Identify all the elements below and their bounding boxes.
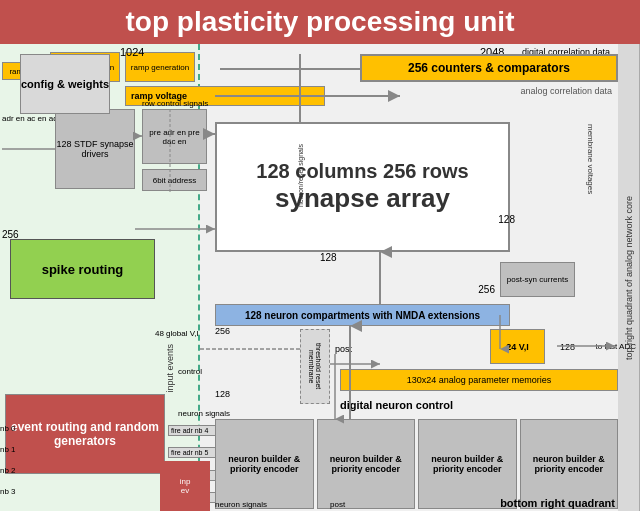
membrane-label: membrane voltages <box>586 124 595 194</box>
fire-adr-nb4: fire adr nb 4 <box>168 425 216 436</box>
control-label: control <box>178 367 202 376</box>
bit6-address-box: 6bit address <box>142 169 207 191</box>
label-1024: 1024 <box>120 46 144 58</box>
right-label: top right quadrant of analog network cor… <box>618 44 640 511</box>
nb-label-3: nb 3 <box>0 487 25 496</box>
neuron-builder-0: neuron builder & priority encoder <box>215 419 314 509</box>
input-events-bottom: inpev <box>160 461 210 511</box>
nb-label-2: nb 2 <box>0 466 25 475</box>
bottom-right-label: bottom right quadrant <box>500 497 615 509</box>
event-routing-box: event routing and random generators <box>5 394 165 474</box>
label-256-right2: 256 <box>478 284 495 295</box>
label-128-v: 128 <box>560 342 575 352</box>
fast-adc-label: to fast ADC <box>596 342 636 351</box>
nb-labels: nb 0 nb 1 nb 2 nb 3 <box>0 419 25 496</box>
label-256-neurons: 256 <box>215 326 230 336</box>
spike-routing-box: spike routing <box>10 239 155 299</box>
synapse-title-1: 128 columns 256 rows <box>256 160 468 183</box>
config-weights-box: config & weights <box>20 54 110 114</box>
counters-bar: 256 counters & comparators <box>360 54 618 82</box>
neuron-builders-row: neuron builder & priority encoder neuron… <box>215 419 618 509</box>
page-title: top plasticity processing unit <box>0 0 640 44</box>
neuron-builder-1: neuron builder & priority encoder <box>317 419 416 509</box>
label-128-bottom: 128 <box>320 252 337 263</box>
voltage-box: 24 V,I <box>490 329 545 364</box>
neuron-builder-3: neuron builder & priority encoder <box>520 419 619 509</box>
threshold-box: threshold reset membrane <box>300 329 330 404</box>
global-label: 48 global V,I <box>155 329 199 338</box>
input-events-label: input events <box>165 344 175 393</box>
label-128-right: 128 <box>498 214 515 225</box>
analog-mem-bar: 130x24 analog parameter memories <box>340 369 618 391</box>
analog-corr-label: analog correlation data <box>520 86 612 96</box>
pre-adr-box: pre adr en pre dac en <box>142 109 207 164</box>
neuron-comp-bar: 128 neuron compartments with NMDA extens… <box>215 304 510 326</box>
row-ctrl-label: row control signals <box>142 99 208 108</box>
neuron-reset-signals-label: neuron/reset signals <box>297 144 304 207</box>
post-syn-box: post-syn currents <box>500 262 575 297</box>
neuron-signals-label: neuron signals <box>178 409 230 418</box>
post-label: post <box>335 344 352 354</box>
nb-label-0: nb 0 <box>0 424 25 433</box>
digital-neuron-label: digital neuron control <box>340 399 453 411</box>
main-diagram: top right quadrant of analog network cor… <box>0 44 640 511</box>
synapse-array-box: 128 columns 256 rows synapse array <box>215 122 510 252</box>
neuron-builder-2: neuron builder & priority encoder <box>418 419 517 509</box>
nb-label-1: nb 1 <box>0 445 25 454</box>
fire-adr-nb5: fire adr nb 5 <box>168 447 216 458</box>
bottom-post-label: post <box>330 500 345 509</box>
bottom-signals-label: neuron signals <box>215 500 267 509</box>
label-128-between: 128 <box>215 389 230 399</box>
stdf-box: 128 STDF synapse drivers <box>55 109 135 189</box>
